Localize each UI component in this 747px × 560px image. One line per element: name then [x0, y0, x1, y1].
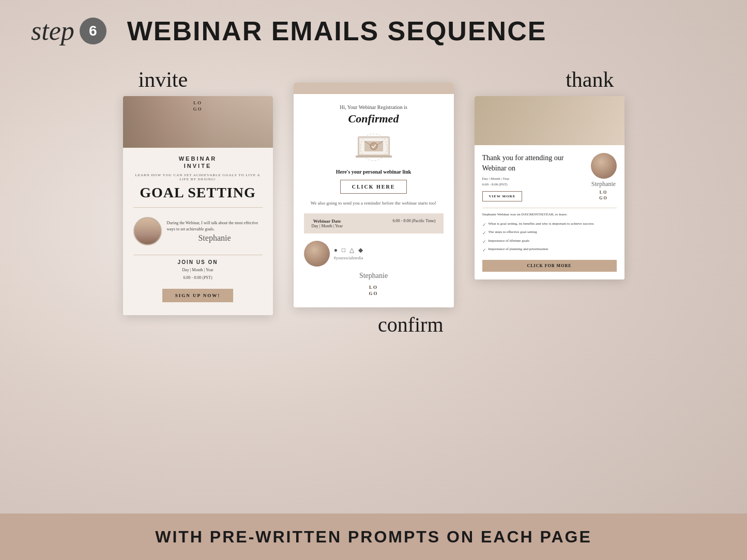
- thank-divider: [482, 208, 617, 208]
- confirm-time-line1: 6:00 - 8:00 (Pacific Time): [392, 219, 435, 228]
- check-icon-2: ✓: [482, 230, 486, 237]
- cards-container: invite LOGO WEBINAR INVITE LEARN HOW YOU…: [31, 62, 716, 503]
- invite-date-line2: 6:00 - 8:00 (PST): [133, 275, 263, 282]
- invite-tagline: LEARN HOW YOU CAN SET ACHIEVABLE GOALS T…: [133, 173, 263, 181]
- checklist-item-4: ✓ Importance of planning and prioritizat…: [482, 246, 617, 255]
- checklist-text-1: What is goal setting, its benefits and w…: [489, 222, 594, 227]
- invite-divider: [133, 207, 263, 208]
- invite-content: WEBINAR INVITE LEARN HOW YOU CAN SET ACH…: [123, 148, 273, 315]
- confirm-label: confirm: [378, 313, 444, 337]
- webinar-date-bar: Webinar Date Day | Month | Year 6:00 - 8…: [304, 213, 444, 234]
- check-icon-1: ✓: [482, 222, 486, 228]
- twitter-icon: △: [349, 246, 354, 254]
- step-label: step: [31, 18, 74, 44]
- thank-title: Thank you for attending our Webinar on: [482, 153, 586, 173]
- thank-logo: LOGO: [599, 190, 607, 201]
- thank-label: thank: [566, 67, 614, 92]
- invite-divider-2: [133, 255, 263, 255]
- confirm-greeting: Hi, Your Webinar Registration is: [304, 104, 444, 110]
- svg-point-3: [370, 143, 377, 150]
- thank-date-line2: 6:00 - 8:00 (PST): [482, 182, 586, 188]
- invite-bio-text: During the Webinar, I will talk about th…: [167, 220, 263, 232]
- thank-description: Stephanie Webinar was on DAY|MONTH|YEAR,…: [482, 212, 617, 216]
- thank-card: Thank you for attending our Webinar on D…: [475, 96, 624, 279]
- pinterest-icon: ◆: [358, 246, 363, 254]
- main-background: step 6 WEBINAR EMAILS SEQUENCE invite LO…: [0, 0, 747, 560]
- confirm-avatar: [304, 241, 330, 267]
- thank-signature: Stephanie: [591, 180, 616, 188]
- bottom-banner: WITH PRE-WRITTEN PROMPTS ON EACH PAGE: [0, 514, 747, 560]
- checklist-item-1: ✓ What is goal setting, its benefits and…: [482, 221, 617, 229]
- check-icon-4: ✓: [482, 247, 486, 254]
- checklist-item-3: ✓ Importance of lifetime goals: [482, 238, 617, 246]
- confirm-personal-link: Here's your personal webinar link: [304, 169, 444, 175]
- confirm-logo: LOGO: [304, 284, 444, 297]
- invite-logo: LOGO: [193, 100, 202, 112]
- webinar-subtitle: INVITE: [133, 163, 263, 169]
- confirm-wrapper: Hi, Your Webinar Registration is Confirm…: [294, 83, 454, 337]
- invite-date-line1: Day | Month | Year: [133, 267, 263, 274]
- bottom-banner-text: WITH PRE-WRITTEN PROMPTS ON EACH PAGE: [155, 527, 592, 547]
- thank-hero-overlay: [475, 96, 624, 145]
- confirm-signature: Stephanie: [304, 272, 444, 280]
- facebook-icon: ●: [334, 246, 338, 254]
- instagram-icon: □: [342, 246, 345, 254]
- webinar-title: WEBINAR: [133, 155, 263, 162]
- thank-content: Thank you for attending our Webinar on D…: [475, 145, 624, 279]
- invite-main-title: GOAL SETTING: [133, 184, 263, 201]
- thank-date-line1: Day | Month | Year: [482, 176, 586, 182]
- thank-wrapper: thank Thank you for attending our Webina…: [475, 67, 624, 279]
- invite-avatar: [133, 217, 162, 245]
- webinar-date-label: Webinar Date: [312, 219, 343, 224]
- thank-view-button[interactable]: VIEW MORE: [482, 191, 523, 201]
- thank-hero: [475, 96, 624, 145]
- invite-signature: Stephanie: [167, 234, 263, 243]
- checklist-text-2: The steps to effective goal setting: [489, 230, 537, 235]
- checklist-text-3: Importance of lifetime goals: [489, 239, 530, 244]
- invite-bio: During the Webinar, I will talk about th…: [133, 212, 263, 251]
- confirm-card: Hi, Your Webinar Registration is Confirm…: [294, 83, 454, 307]
- laptop-icon-wrap: [304, 132, 444, 163]
- header: step 6 WEBINAR EMAILS SEQUENCE: [31, 15, 716, 46]
- confirm-date-line1: Day | Month | Year: [312, 224, 343, 228]
- invite-hero: LOGO: [123, 96, 273, 148]
- checklist-text-4: Importance of planning and prioritizatio…: [489, 247, 548, 252]
- invite-cta-button[interactable]: SIGN UP NOW!: [162, 289, 234, 302]
- invite-join-label: JOIN US ON: [133, 259, 263, 265]
- confirm-bio: ● □ △ ◆ #yoursocialmedia: [304, 241, 444, 267]
- confirm-confirmed-text: Confirmed: [304, 112, 444, 126]
- thank-checklist: ✓ What is goal setting, its benefits and…: [482, 221, 617, 255]
- confirm-cta-button[interactable]: CLICK HERE: [340, 180, 407, 194]
- page-title: WEBINAR EMAILS SEQUENCE: [127, 15, 547, 46]
- thank-cta-button[interactable]: CLICK FOR MORE: [482, 260, 617, 272]
- social-handle: #yoursocialmedia: [334, 256, 363, 260]
- confirm-header-bar: [294, 83, 454, 94]
- checklist-item-2: ✓ The steps to effective goal setting: [482, 229, 617, 238]
- invite-wrapper: invite LOGO WEBINAR INVITE LEARN HOW YOU…: [123, 67, 273, 315]
- invite-card: LOGO WEBINAR INVITE LEARN HOW YOU CAN SE…: [123, 96, 273, 315]
- check-icon-3: ✓: [482, 239, 486, 245]
- step-number: 6: [80, 18, 106, 44]
- thank-avatar-block: Stephanie LOGO: [591, 153, 617, 201]
- confirm-reminder: We also going to send you a reminder bef…: [304, 200, 444, 207]
- confirm-content: Hi, Your Webinar Registration is Confirm…: [294, 94, 454, 307]
- top-section: step 6 WEBINAR EMAILS SEQUENCE invite LO…: [0, 0, 747, 514]
- social-icons: ● □ △ ◆: [334, 246, 363, 254]
- svg-rect-4: [356, 155, 392, 158]
- thank-top: Thank you for attending our Webinar on D…: [482, 153, 617, 201]
- laptop-icon: [353, 132, 394, 163]
- thank-avatar: [591, 153, 617, 179]
- thank-text-block: Thank you for attending our Webinar on D…: [482, 153, 586, 201]
- invite-label: invite: [139, 67, 188, 92]
- avatar-face: [134, 218, 161, 244]
